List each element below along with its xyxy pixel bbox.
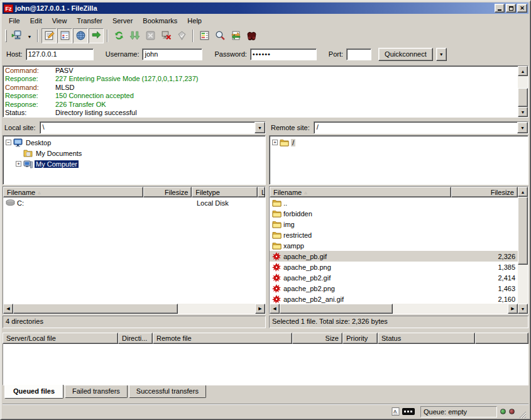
- local-column-header-filesize[interactable]: Filesize: [143, 187, 192, 197]
- local-site-combo[interactable]: \ ▼: [40, 121, 266, 134]
- collapse-icon[interactable]: −: [6, 140, 11, 145]
- disconnect-button[interactable]: [158, 28, 173, 43]
- local-horizontal-scrollbar[interactable]: ◀ ▶: [3, 304, 265, 314]
- find-button[interactable]: [244, 28, 259, 43]
- queue-column-header-remote-file[interactable]: Remote file: [153, 333, 292, 344]
- queue-view-toggle-button[interactable]: [89, 28, 104, 43]
- remote-file-row[interactable]: apache_pb.gif2,326: [270, 251, 518, 262]
- scroll-up-icon[interactable]: ▲: [518, 187, 528, 197]
- remote-file-row[interactable]: forbidden: [270, 208, 518, 219]
- tree-item-my-documents[interactable]: My Documents: [4, 148, 265, 158]
- menu-edit[interactable]: Edit: [25, 15, 47, 26]
- filezilla-logo-icon: Fz: [4, 4, 13, 13]
- title-bar[interactable]: Fz john@127.0.0.1 - FileZilla ✕: [3, 3, 528, 14]
- minimize-button[interactable]: [495, 4, 505, 13]
- expand-icon[interactable]: +: [16, 161, 21, 167]
- menu-view[interactable]: View: [47, 15, 72, 26]
- maximize-button[interactable]: [506, 4, 516, 13]
- remote-file-row[interactable]: apache_pb.png1,385: [270, 262, 518, 272]
- scrollbar-thumb[interactable]: [518, 88, 528, 107]
- remote-site-bar: Remote site: / ▼: [269, 121, 528, 134]
- username-input[interactable]: [142, 48, 202, 60]
- remote-site-dropdown-button[interactable]: ▼: [517, 122, 528, 133]
- directory-comparison-button[interactable]: [212, 28, 227, 43]
- port-input[interactable]: [346, 48, 371, 60]
- remote-site-combo[interactable]: / ▼: [314, 121, 528, 134]
- remote-column-header-filename[interactable]: Filename▵: [270, 187, 451, 197]
- resize-grip[interactable]: [518, 410, 527, 419]
- local-column-header-filename[interactable]: Filename▵: [3, 187, 143, 197]
- quickconnect-dropdown-button[interactable]: ▼: [436, 48, 447, 61]
- host-input[interactable]: [26, 48, 94, 60]
- close-button[interactable]: ✕: [517, 4, 527, 13]
- local-tree-toggle-button[interactable]: [57, 28, 72, 43]
- filter-button[interactable]: [197, 28, 212, 43]
- queue-column-header-priority[interactable]: Priority: [342, 333, 378, 344]
- local-file-row[interactable]: C:Local Disk: [3, 197, 265, 208]
- remote-file-row[interactable]: ..: [270, 197, 518, 208]
- remote-tree: +/: [269, 135, 528, 185]
- scroll-left-icon[interactable]: ◀: [270, 304, 280, 314]
- scrollbar-thumb[interactable]: [280, 304, 393, 314]
- queue-column-header-directi[interactable]: Directi...: [118, 333, 153, 344]
- local-column-header-filetype[interactable]: Filetype: [192, 187, 258, 197]
- remote-column-header-filesize[interactable]: Filesize: [451, 187, 518, 197]
- local-column-header-l[interactable]: L: [258, 187, 265, 197]
- scroll-right-icon[interactable]: ▶: [508, 304, 518, 314]
- queue-column-header-server-local-file[interactable]: Server/Local file: [3, 333, 118, 344]
- remote-site-label: Remote site:: [269, 124, 314, 131]
- site-manager-dropdown-button[interactable]: ▼: [25, 28, 34, 43]
- scrollbar-track[interactable]: [518, 265, 528, 304]
- message-log-scrollbar[interactable]: ▲ ▼: [518, 66, 528, 117]
- remote-file-row[interactable]: img: [270, 219, 518, 229]
- remote-file-row[interactable]: restricted: [270, 229, 518, 240]
- scrollbar-thumb[interactable]: [13, 304, 178, 314]
- cancel-button[interactable]: [143, 28, 158, 43]
- tree-item-desktop[interactable]: −Desktop: [4, 137, 265, 148]
- queue-column-header-size[interactable]: Size: [292, 333, 342, 344]
- quickconnect-button[interactable]: Quickconnect: [378, 48, 433, 61]
- expand-icon[interactable]: +: [272, 140, 278, 145]
- log-line: Response:227 Entering Passive Mode (127,…: [5, 75, 526, 83]
- remote-file-row[interactable]: apache_pb2.gif2,414: [270, 272, 518, 283]
- scroll-left-icon[interactable]: ◀: [3, 304, 13, 314]
- process-queue-button[interactable]: [127, 28, 142, 43]
- remote-file-row[interactable]: apache_pb2.png1,463: [270, 283, 518, 294]
- scroll-down-icon[interactable]: ▼: [518, 304, 528, 314]
- local-site-dropdown-button[interactable]: ▼: [255, 122, 265, 133]
- remote-horizontal-scrollbar[interactable]: ◀ ▶: [270, 304, 518, 314]
- filename-text: apache_pb2.gif: [283, 274, 331, 282]
- tree-item-my-computer[interactable]: +My Computer: [4, 158, 265, 169]
- message-log-toggle-button[interactable]: [41, 28, 57, 43]
- password-input[interactable]: [250, 48, 317, 60]
- remote-vertical-scrollbar[interactable]: ▲ ▼: [518, 187, 528, 314]
- synchronized-browsing-button[interactable]: [228, 28, 243, 43]
- scrollbar-track[interactable]: [178, 304, 255, 314]
- menu-file[interactable]: File: [4, 15, 25, 26]
- scroll-right-icon[interactable]: ▶: [255, 304, 265, 314]
- toolbar-grip[interactable]: [5, 30, 7, 42]
- remote-file-row[interactable]: apache_pb2_ani.gif2,160: [270, 294, 518, 304]
- filename-text: forbidden: [283, 210, 312, 218]
- scrollbar-track[interactable]: [393, 304, 508, 314]
- menu-bar: FileEditViewTransferServerBookmarksHelp: [3, 14, 528, 27]
- reconnect-button[interactable]: [174, 28, 189, 43]
- queue-column-header-blank[interactable]: [475, 333, 528, 344]
- scroll-up-icon[interactable]: ▲: [518, 66, 528, 76]
- tab-successful-transfers[interactable]: Successful transfers: [129, 385, 206, 398]
- menu-help[interactable]: Help: [182, 15, 207, 26]
- remote-tree-toggle-button[interactable]: [73, 28, 88, 43]
- menu-transfer[interactable]: Transfer: [72, 15, 107, 26]
- tree-item-blank[interactable]: +/: [270, 137, 527, 148]
- menu-server[interactable]: Server: [107, 15, 138, 26]
- scrollbar-track[interactable]: [518, 76, 528, 88]
- tab-failed-transfers[interactable]: Failed transfers: [65, 385, 128, 398]
- tab-queued-files[interactable]: Queued files: [4, 385, 63, 399]
- remote-file-row[interactable]: xampp: [270, 240, 518, 251]
- scroll-down-icon[interactable]: ▼: [518, 107, 528, 117]
- refresh-button[interactable]: [111, 28, 126, 43]
- queue-column-header-status[interactable]: Status: [378, 333, 475, 344]
- menu-bookmarks[interactable]: Bookmarks: [138, 15, 182, 26]
- scrollbar-thumb[interactable]: [518, 197, 528, 265]
- site-manager-button[interactable]: [9, 28, 25, 43]
